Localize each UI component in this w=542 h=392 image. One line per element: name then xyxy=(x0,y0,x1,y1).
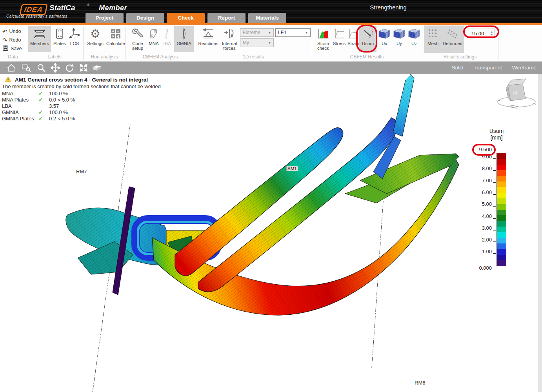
plates-button[interactable]: Plates xyxy=(52,26,67,52)
stress-icon xyxy=(334,26,345,41)
legend-tick: 1.00 xyxy=(476,249,492,254)
mode-solid[interactable]: Solid xyxy=(451,65,463,71)
member-label-rm6: RM6 xyxy=(415,380,425,386)
reactions-label: Reactions xyxy=(198,41,218,46)
solid-box-button[interactable] xyxy=(91,62,103,73)
reactions-button[interactable]: Reactions xyxy=(197,26,219,52)
redo-label: Redo xyxy=(9,37,21,43)
lcs-label: LCS xyxy=(70,41,79,46)
lcs-button[interactable]: LCS xyxy=(67,26,82,52)
legend-tick: 3.00 xyxy=(476,225,492,231)
extreme-dropdown[interactable]: Extreme ▼ xyxy=(240,28,274,37)
tab-report[interactable]: Report xyxy=(207,13,246,23)
settings-label: Settings xyxy=(87,41,104,46)
mode-transparent[interactable]: Transparent xyxy=(473,65,502,71)
mesh-label: Mesh xyxy=(427,41,438,46)
chevron-down-icon: ▼ xyxy=(268,31,271,34)
ribbon: ↶ Undo ↷ Redo Save Data Members Plates L… xyxy=(0,25,542,62)
legend-tick: 5.00 xyxy=(476,201,492,207)
mesh-icon xyxy=(427,26,439,41)
calculate-button[interactable]: Calculate xyxy=(105,26,126,52)
lba-icon xyxy=(163,26,171,41)
zoom-window-icon xyxy=(21,63,31,73)
group-label-1d-results: 1D results xyxy=(195,54,312,60)
group-label-data: Data xyxy=(0,54,26,60)
legend-min-value: 0.000 xyxy=(474,265,492,271)
rotate-button[interactable] xyxy=(64,62,75,73)
navigation-cube[interactable]: +X xyxy=(497,79,536,108)
check-icon: ✓ xyxy=(38,96,46,103)
internal-forces-icon xyxy=(224,26,235,41)
calculate-icon xyxy=(110,26,121,41)
load-effect-dropdown-value: LE1 xyxy=(278,30,286,35)
home-view-button[interactable] xyxy=(5,62,17,73)
code-setup-button[interactable]: Code setup xyxy=(129,26,147,52)
stress-button[interactable]: Stress xyxy=(332,26,346,52)
deformed-button[interactable]: Deformed xyxy=(442,26,464,52)
calculate-label: Calculate xyxy=(106,41,125,46)
box-icon xyxy=(92,64,102,72)
plates-icon xyxy=(55,26,64,41)
logo-tagline: Calculate yesterday's estimates xyxy=(6,14,67,18)
tab-project[interactable]: Project xyxy=(85,13,124,23)
mode-wireframe[interactable]: Wireframe xyxy=(512,65,537,71)
load-effect-dropdown[interactable]: LE1 ▼ xyxy=(275,28,311,37)
warning-title: AM1 General cross section 4 - General is… xyxy=(15,77,148,83)
status-row-mna-plates: MNA Plates✓0.0 < 5.0 % xyxy=(2,97,96,103)
gmnia-label: GMNIA xyxy=(176,41,191,46)
fit-view-button[interactable] xyxy=(78,62,89,73)
warning-icon xyxy=(5,76,11,84)
mesh-button[interactable]: Mesh xyxy=(425,26,441,52)
members-label: Members xyxy=(30,41,49,46)
check-icon: ✓ xyxy=(38,90,46,96)
tab-check[interactable]: Check xyxy=(167,13,205,23)
tab-materials[interactable]: Materials xyxy=(248,13,286,23)
internal-forces-button[interactable]: Internal forces xyxy=(220,26,239,52)
save-button[interactable]: Save xyxy=(2,45,22,53)
mna-icon xyxy=(149,26,158,41)
status-row-lba: LBA✓3.57 xyxy=(2,103,96,109)
uz-button[interactable]: Uz xyxy=(407,26,421,52)
legend-tick: 2.00 xyxy=(476,237,492,243)
ux-button[interactable]: Ux xyxy=(378,26,391,52)
uz-icon xyxy=(408,26,420,41)
redo-button[interactable]: ↷ Redo xyxy=(2,36,21,44)
gmnia-icon xyxy=(180,26,188,41)
strain-check-button[interactable]: Strain check xyxy=(315,26,331,52)
legend-tick: 4.00 xyxy=(476,213,492,219)
legend-unit: [mm] xyxy=(486,134,507,141)
plates-label: Plates xyxy=(53,41,66,46)
pan-button[interactable] xyxy=(49,62,61,73)
rotate-icon xyxy=(65,63,74,73)
zoom-button[interactable] xyxy=(35,62,47,73)
internal-forces-label: Internal forces xyxy=(220,41,239,51)
member-label-rm7: RM7 xyxy=(76,169,87,174)
tab-design[interactable]: Design xyxy=(126,13,164,23)
settings-button[interactable]: ⚙ Settings xyxy=(85,26,105,52)
chevron-down-icon: ▼ xyxy=(268,42,271,44)
registered-mark: ® xyxy=(87,3,89,7)
group-label-results-settings: Results settings xyxy=(422,54,498,60)
status-row-gmnia-plates: GMNIA Plates✓0.2 < 5.0 % xyxy=(2,116,96,122)
render-modes: Solid Transparent Wireframe xyxy=(451,62,537,74)
idea-logo: IDEA xyxy=(19,4,48,15)
annotation-circle-usum xyxy=(356,25,377,53)
members-button[interactable]: Members xyxy=(28,26,51,52)
annotation-circle-scale xyxy=(463,25,499,38)
undo-button[interactable]: ↶ Undo xyxy=(2,27,21,35)
my-dropdown[interactable]: My ▼ xyxy=(240,38,274,47)
mna-button[interactable]: MNA xyxy=(147,26,160,52)
magnifier-icon xyxy=(36,63,46,73)
gmnia-button[interactable]: GMNIA xyxy=(174,26,194,52)
uy-button[interactable]: Uy xyxy=(393,26,406,52)
my-dropdown-value: My xyxy=(243,40,249,45)
view-toolbar: Solid Transparent Wireframe xyxy=(0,62,542,74)
code-setup-label: Code setup xyxy=(129,41,147,51)
uz-label: Uz xyxy=(411,41,417,46)
lba-button[interactable]: LBA xyxy=(160,26,173,52)
save-icon xyxy=(2,45,9,53)
zoom-window-button[interactable] xyxy=(20,62,32,73)
project-name: Strengthening xyxy=(353,4,424,11)
model-canvas: +X AM1 General cross section 4 - General… xyxy=(0,74,542,392)
status-row-gmnia: GMNIA✓100.0 % xyxy=(2,109,96,116)
